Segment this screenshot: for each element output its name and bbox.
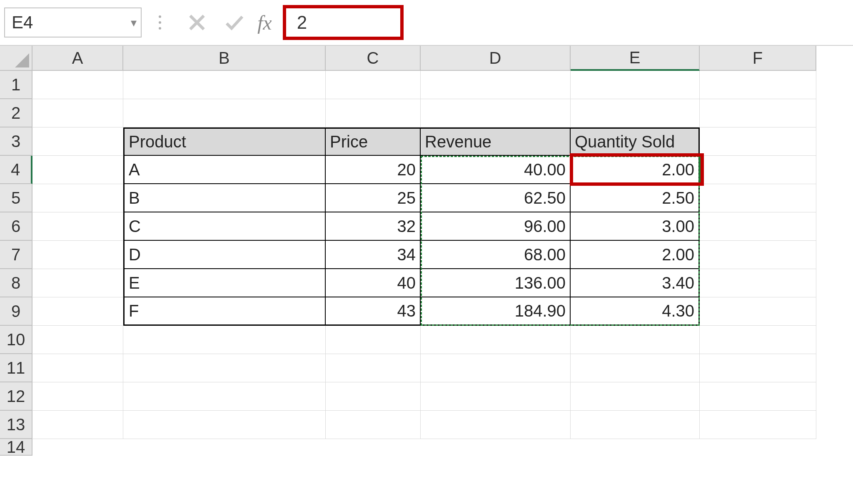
cell-a5[interactable]: [32, 184, 123, 212]
cell-f5[interactable]: [700, 184, 816, 212]
cell-e9[interactable]: 4.30: [571, 297, 700, 326]
cell-e6[interactable]: 3.00: [571, 212, 700, 241]
cell-e10[interactable]: [571, 326, 700, 354]
cell-b5[interactable]: B: [123, 184, 326, 212]
cell-a7[interactable]: [32, 241, 123, 269]
row-header-2[interactable]: 2: [0, 99, 32, 127]
formula-bar-grip[interactable]: [152, 15, 168, 30]
cell-grid[interactable]: Product Price Revenue Quantity Sold A 20…: [32, 71, 853, 439]
cell-e12[interactable]: [571, 382, 700, 411]
cell-f6[interactable]: [700, 212, 816, 241]
row-header-12[interactable]: 12: [0, 382, 32, 411]
col-header-e[interactable]: E: [571, 46, 700, 71]
cell-b1[interactable]: [123, 71, 326, 99]
row-header-9[interactable]: 9: [0, 297, 32, 326]
cell-c10[interactable]: [326, 326, 421, 354]
cell-a9[interactable]: [32, 297, 123, 326]
row-header-8[interactable]: 8: [0, 269, 32, 297]
cell-d12[interactable]: [421, 382, 571, 411]
cell-c1[interactable]: [326, 71, 421, 99]
row-header-3[interactable]: 3: [0, 127, 32, 156]
cell-e5[interactable]: 2.50: [571, 184, 700, 212]
col-header-a[interactable]: A: [32, 46, 123, 71]
cell-f2[interactable]: [700, 99, 816, 127]
row-header-10[interactable]: 10: [0, 326, 32, 354]
cell-f10[interactable]: [700, 326, 816, 354]
cell-a6[interactable]: [32, 212, 123, 241]
cell-f8[interactable]: [700, 269, 816, 297]
cell-f3[interactable]: [700, 127, 816, 156]
cell-c5[interactable]: 25: [326, 184, 421, 212]
cell-a3[interactable]: [32, 127, 123, 156]
cell-a13[interactable]: [32, 411, 123, 439]
cell-b6[interactable]: C: [123, 212, 326, 241]
cell-d4[interactable]: 40.00: [421, 156, 571, 184]
cell-b7[interactable]: D: [123, 241, 326, 269]
cell-c3[interactable]: Price: [326, 127, 421, 156]
cell-e11[interactable]: [571, 354, 700, 382]
cell-e2[interactable]: [571, 99, 700, 127]
cell-f9[interactable]: [700, 297, 816, 326]
cell-c4[interactable]: 20: [326, 156, 421, 184]
cell-f7[interactable]: [700, 241, 816, 269]
select-all-corner[interactable]: [0, 46, 32, 71]
cell-c7[interactable]: 34: [326, 241, 421, 269]
row-header-14[interactable]: 14: [0, 439, 32, 456]
cell-f4[interactable]: [700, 156, 816, 184]
cell-e4[interactable]: 2.00: [571, 156, 700, 184]
cell-c12[interactable]: [326, 382, 421, 411]
cell-e7[interactable]: 2.00: [571, 241, 700, 269]
cell-d10[interactable]: [421, 326, 571, 354]
cell-d9[interactable]: 184.90: [421, 297, 571, 326]
cell-f1[interactable]: [700, 71, 816, 99]
row-header-13[interactable]: 13: [0, 411, 32, 439]
name-box-dropdown-icon[interactable]: ▾: [131, 16, 137, 30]
cell-e13[interactable]: [571, 411, 700, 439]
col-header-d[interactable]: D: [421, 46, 571, 71]
cell-b10[interactable]: [123, 326, 326, 354]
cell-b11[interactable]: [123, 354, 326, 382]
row-header-5[interactable]: 5: [0, 184, 32, 212]
cell-d11[interactable]: [421, 354, 571, 382]
cell-c13[interactable]: [326, 411, 421, 439]
cell-c8[interactable]: 40: [326, 269, 421, 297]
row-header-7[interactable]: 7: [0, 241, 32, 269]
cell-a4[interactable]: [32, 156, 123, 184]
col-header-b[interactable]: B: [123, 46, 326, 71]
cell-d1[interactable]: [421, 71, 571, 99]
cell-a2[interactable]: [32, 99, 123, 127]
cell-a12[interactable]: [32, 382, 123, 411]
cell-e8[interactable]: 3.40: [571, 269, 700, 297]
cell-a8[interactable]: [32, 269, 123, 297]
formula-input[interactable]: 2: [297, 12, 307, 33]
cell-c9[interactable]: 43: [326, 297, 421, 326]
cell-b13[interactable]: [123, 411, 326, 439]
cell-d5[interactable]: 62.50: [421, 184, 571, 212]
row-header-6[interactable]: 6: [0, 212, 32, 241]
cell-d13[interactable]: [421, 411, 571, 439]
cell-f12[interactable]: [700, 382, 816, 411]
cell-d3[interactable]: Revenue: [421, 127, 571, 156]
cell-a11[interactable]: [32, 354, 123, 382]
cell-b8[interactable]: E: [123, 269, 326, 297]
col-header-f[interactable]: F: [700, 46, 816, 71]
cell-e3[interactable]: Quantity Sold: [571, 127, 700, 156]
cell-b4[interactable]: A: [123, 156, 326, 184]
cell-b9[interactable]: F: [123, 297, 326, 326]
cell-e1[interactable]: [571, 71, 700, 99]
cell-d7[interactable]: 68.00: [421, 241, 571, 269]
row-header-1[interactable]: 1: [0, 71, 32, 99]
cell-d2[interactable]: [421, 99, 571, 127]
cell-d8[interactable]: 136.00: [421, 269, 571, 297]
cell-c11[interactable]: [326, 354, 421, 382]
cell-a1[interactable]: [32, 71, 123, 99]
col-header-c[interactable]: C: [326, 46, 421, 71]
row-header-4[interactable]: 4: [0, 156, 32, 184]
cell-c2[interactable]: [326, 99, 421, 127]
cell-c6[interactable]: 32: [326, 212, 421, 241]
row-header-11[interactable]: 11: [0, 354, 32, 382]
cell-b12[interactable]: [123, 382, 326, 411]
name-box[interactable]: E4 ▾: [4, 7, 142, 37]
cell-a10[interactable]: [32, 326, 123, 354]
cell-b3[interactable]: Product: [123, 127, 326, 156]
